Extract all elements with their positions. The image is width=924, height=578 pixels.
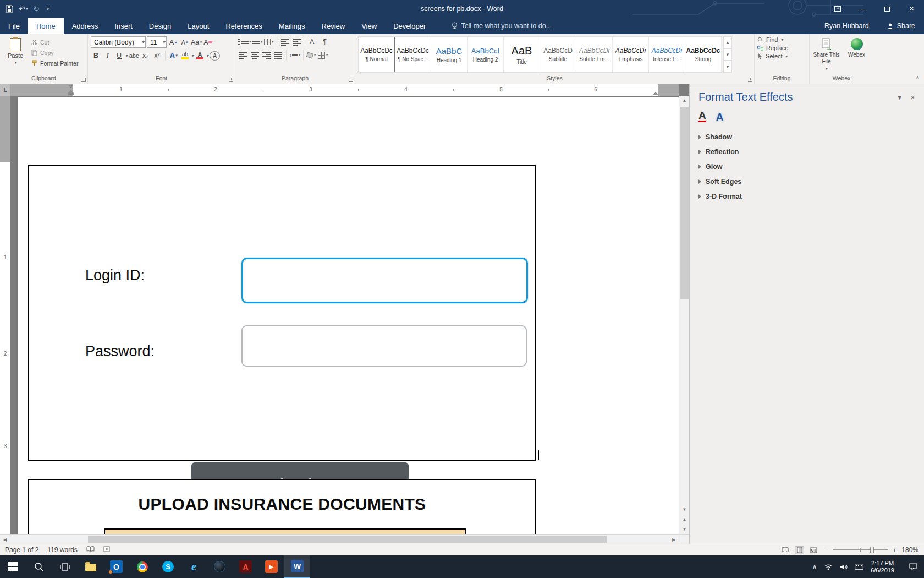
section-shadow[interactable]: Shadow xyxy=(698,130,915,144)
webex-button[interactable]: Webex xyxy=(843,36,871,74)
styles-more-button[interactable]: ▼ xyxy=(723,61,732,73)
font-family-input[interactable] xyxy=(94,39,141,46)
style-heading-1[interactable]: AaBbCHeading 1 xyxy=(431,37,468,72)
taskbar-search-button[interactable] xyxy=(26,555,52,578)
justify-button[interactable] xyxy=(273,50,283,61)
tab-references[interactable]: References xyxy=(217,18,270,34)
login-id-input[interactable] xyxy=(241,258,528,303)
shrink-font-button[interactable]: A▾ xyxy=(179,37,190,48)
style-emphasis[interactable]: AaBbCcDiEmphasis xyxy=(613,37,649,72)
text-fill-outline-icon[interactable]: A xyxy=(698,110,706,122)
align-right-button[interactable] xyxy=(261,50,272,61)
align-left-button[interactable] xyxy=(238,50,249,61)
minimize-button[interactable] xyxy=(850,0,875,18)
character-border-button[interactable]: A xyxy=(210,51,220,61)
password-input[interactable] xyxy=(241,325,527,367)
document-canvas[interactable]: Login ID: Password: Log In UPLOAD INSURA… xyxy=(10,96,679,534)
maximize-button[interactable] xyxy=(875,0,899,18)
network-icon[interactable] xyxy=(824,564,833,570)
word-count[interactable]: 119 words xyxy=(47,546,77,554)
tab-review[interactable]: Review xyxy=(314,18,354,34)
bullets-button[interactable]: ▾ xyxy=(238,36,251,47)
clipboard-dialog-launcher[interactable] xyxy=(81,78,86,82)
hidden-icons-chevron[interactable]: ∧ xyxy=(812,563,817,570)
left-indent-marker[interactable] xyxy=(68,93,74,95)
strikethrough-button[interactable]: abc xyxy=(129,50,139,61)
zoom-level[interactable]: 180% xyxy=(901,546,919,554)
format-painter-button[interactable]: Format Painter xyxy=(31,58,78,68)
underline-button[interactable]: U xyxy=(114,50,124,61)
action-center-icon[interactable] xyxy=(909,563,917,570)
font-dialog-launcher[interactable] xyxy=(229,78,233,82)
webex-app-button[interactable] xyxy=(207,555,233,578)
panel-options-icon[interactable]: ▼ xyxy=(897,94,903,101)
style-subtitle[interactable]: AaBbCcDSubtitle xyxy=(540,37,576,72)
align-center-button[interactable] xyxy=(250,50,260,61)
vertical-ruler[interactable]: 1 2 3 xyxy=(0,96,10,534)
style-heading-2[interactable]: AaBbCcIHeading 2 xyxy=(468,37,504,72)
word-taskbar-button[interactable]: W xyxy=(284,555,310,578)
first-line-indent-marker[interactable] xyxy=(68,85,74,88)
zoom-in-button[interactable]: + xyxy=(893,546,897,554)
decrease-indent-button[interactable] xyxy=(280,36,290,47)
touch-keyboard-icon[interactable] xyxy=(855,564,864,570)
shading-button[interactable]: ▾ xyxy=(306,50,317,61)
horizontal-scroll-thumb[interactable] xyxy=(88,536,607,543)
web-layout-button[interactable] xyxy=(809,546,818,554)
undo-button[interactable]: ↶▾ xyxy=(19,4,28,13)
tab-file[interactable]: File xyxy=(0,18,28,34)
style-normal[interactable]: AaBbCcDc¶ Normal xyxy=(359,37,395,72)
style-no-spacing[interactable]: AaBbCcDc¶ No Spac... xyxy=(395,37,431,72)
section-3d-format[interactable]: 3-D Format xyxy=(698,189,915,203)
select-button[interactable]: Select▾ xyxy=(757,53,806,59)
volume-icon[interactable] xyxy=(840,564,848,570)
cut-button[interactable]: Cut xyxy=(31,37,78,47)
taskbar-clock[interactable]: 2:17 PM 6/6/2019 xyxy=(871,560,894,574)
style-subtle-emphasis[interactable]: AaBbCcDiSubtle Em... xyxy=(576,37,613,72)
task-view-button[interactable] xyxy=(52,555,78,578)
file-explorer-button[interactable] xyxy=(78,555,103,578)
collapse-ribbon-button[interactable]: ∧ xyxy=(916,74,920,80)
paragraph-dialog-launcher[interactable] xyxy=(349,78,353,82)
zoom-out-button[interactable]: − xyxy=(823,546,828,554)
tab-mailings[interactable]: Mailings xyxy=(271,18,314,34)
increase-indent-button[interactable] xyxy=(292,36,302,47)
horizontal-ruler[interactable]: 1 2 3 4 5 6 xyxy=(10,84,679,96)
horizontal-scrollbar[interactable]: ◀ ▶ xyxy=(0,534,689,544)
font-family-combo[interactable]: ▾ xyxy=(91,36,146,48)
zoom-slider-thumb[interactable] xyxy=(870,547,874,553)
account-user[interactable]: Ryan Hubbard xyxy=(816,22,878,30)
vertical-scroll-thumb[interactable] xyxy=(680,107,689,299)
style-intense-emphasis[interactable]: AaBbCcDiIntense E... xyxy=(649,37,685,72)
section-glow[interactable]: Glow xyxy=(698,160,915,173)
previous-page-button[interactable]: ▲ xyxy=(679,515,690,524)
share-button[interactable]: Share xyxy=(878,18,924,34)
highlight-color-button[interactable]: ab xyxy=(180,50,190,61)
font-size-input[interactable] xyxy=(150,39,162,46)
panel-close-icon[interactable]: × xyxy=(910,92,915,102)
borders-button[interactable]: ▾ xyxy=(318,50,328,61)
proofing-status-icon[interactable] xyxy=(86,546,95,554)
tab-home[interactable]: Home xyxy=(28,18,64,34)
outlook-button[interactable]: O xyxy=(103,555,129,578)
page-indicator[interactable]: Page 1 of 2 xyxy=(5,546,38,554)
scroll-left-arrow[interactable]: ◀ xyxy=(0,535,10,544)
skype-button[interactable]: S xyxy=(155,555,181,578)
internet-explorer-button[interactable]: e xyxy=(181,555,207,578)
styles-dialog-launcher[interactable] xyxy=(748,78,752,82)
close-button[interactable]: × xyxy=(899,0,924,18)
ribbon-display-options-button[interactable] xyxy=(825,0,850,18)
upload-documents-box[interactable]: UPLOAD INSURANCE DOCUMENTS xyxy=(28,479,536,534)
tab-developer[interactable]: Developer xyxy=(385,18,434,34)
text-effects-button[interactable]: A▾ xyxy=(168,50,179,61)
tab-insert[interactable]: Insert xyxy=(106,18,141,34)
styles-scroll-down-button[interactable]: ▼ xyxy=(723,48,732,61)
share-this-file-button[interactable]: Share This File ▾ xyxy=(812,36,840,74)
macro-recording-icon[interactable] xyxy=(103,546,110,554)
vertical-scrollbar[interactable]: ▲ ▼ ▲ ▼ xyxy=(679,96,689,534)
font-size-combo[interactable]: ▾ xyxy=(147,36,167,48)
section-reflection[interactable]: Reflection xyxy=(698,145,915,159)
sort-button[interactable]: A↓ xyxy=(308,36,318,47)
tab-selector[interactable]: L xyxy=(0,84,10,96)
login-form-box[interactable]: Login ID: Password: Log In xyxy=(28,165,536,461)
